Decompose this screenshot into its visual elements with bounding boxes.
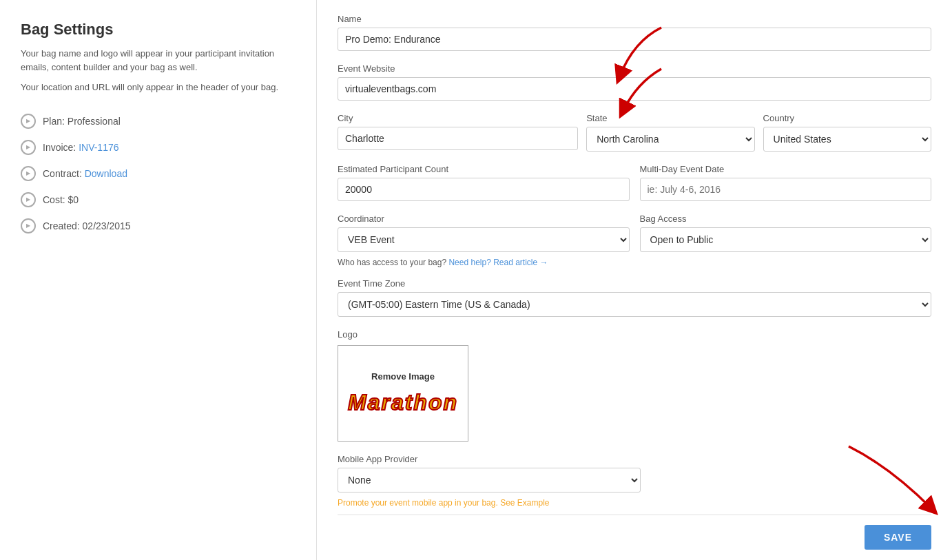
multi-day-input[interactable] bbox=[640, 178, 932, 201]
sidebar-item-plan: Plan: Professional bbox=[21, 108, 302, 134]
state-select[interactable]: North Carolina bbox=[586, 127, 754, 152]
bag-access-help-text: Who has access to your bag? bbox=[338, 258, 446, 267]
plan-icon bbox=[21, 114, 36, 129]
timezone-label: Event Time Zone bbox=[338, 278, 931, 289]
sidebar: Bag Settings Your bag name and logo will… bbox=[0, 0, 317, 560]
download-link[interactable]: Download bbox=[85, 168, 127, 179]
est-multi-row: Estimated Participant Count Multi-Day Ev… bbox=[338, 164, 931, 201]
invoice-link[interactable]: INV-1176 bbox=[79, 142, 118, 153]
bag-access-help-link[interactable]: Need help? Read article → bbox=[448, 258, 548, 267]
website-group: Event Website bbox=[338, 63, 931, 101]
est-count-label: Estimated Participant Count bbox=[338, 164, 630, 174]
logo-label: Logo bbox=[338, 329, 931, 340]
sidebar-desc1: Your bag name and logo will appear in yo… bbox=[21, 47, 302, 74]
city-group: City bbox=[338, 113, 578, 152]
coordinator-group: Coordinator VEB Event bbox=[338, 214, 630, 252]
coordinator-label: Coordinator bbox=[338, 214, 630, 224]
bag-access-help: Who has access to your bag? Need help? R… bbox=[338, 258, 931, 267]
state-label: State bbox=[586, 113, 754, 123]
mobile-app-select[interactable]: None bbox=[338, 468, 641, 492]
name-label: Name bbox=[338, 14, 931, 24]
see-example-link[interactable]: See Example bbox=[500, 498, 549, 508]
created-label: Created: 02/23/2015 bbox=[43, 220, 131, 231]
save-bar: SAVE bbox=[338, 515, 931, 550]
country-group: Country United States bbox=[763, 113, 931, 152]
name-field-wrapper: Name bbox=[338, 14, 931, 51]
logo-box: Remove Image Marathon bbox=[338, 345, 468, 442]
marathon-logo: Marathon bbox=[348, 390, 458, 415]
created-icon bbox=[21, 218, 36, 234]
contract-icon bbox=[21, 166, 36, 181]
city-label: City bbox=[338, 113, 578, 123]
sidebar-item-created: Created: 02/23/2015 bbox=[21, 213, 302, 239]
est-count-group: Estimated Participant Count bbox=[338, 164, 630, 201]
cost-label: Cost: $0 bbox=[43, 194, 79, 205]
main-content: Name Event Website City State North Caro… bbox=[317, 0, 952, 560]
mobile-help-text: Promote your event mobile app in your ba… bbox=[338, 498, 931, 508]
sidebar-item-contract: Contract: Download bbox=[21, 160, 302, 187]
page-title: Bag Settings bbox=[21, 21, 302, 39]
state-group: State North Carolina bbox=[586, 113, 754, 152]
bag-access-select[interactable]: Open to Public Private bbox=[640, 227, 932, 252]
mobile-promote-text: Promote your event mobile app in your ba… bbox=[338, 498, 498, 508]
coordinator-select[interactable]: VEB Event bbox=[338, 227, 630, 252]
sidebar-desc2: Your location and URL will only appear i… bbox=[21, 81, 302, 94]
multi-day-label: Multi-Day Event Date bbox=[640, 164, 932, 174]
website-input[interactable] bbox=[338, 77, 931, 101]
logo-section: Logo Remove Image Marathon bbox=[338, 329, 931, 442]
coord-access-row: Coordinator VEB Event Bag Access Open to… bbox=[338, 214, 931, 252]
invoice-label: Invoice: INV-1176 bbox=[43, 142, 119, 153]
plan-label: Plan: Professional bbox=[43, 116, 121, 127]
country-label: Country bbox=[763, 113, 931, 123]
contract-label: Contract: Download bbox=[43, 168, 127, 179]
multi-day-group: Multi-Day Event Date bbox=[640, 164, 932, 201]
est-count-input[interactable] bbox=[338, 178, 630, 201]
sidebar-item-invoice: Invoice: INV-1176 bbox=[21, 134, 302, 160]
timezone-select[interactable]: (GMT-05:00) Eastern Time (US & Canada) (… bbox=[338, 292, 931, 317]
save-button[interactable]: SAVE bbox=[865, 525, 931, 550]
mobile-app-group: Mobile App Provider None bbox=[338, 454, 931, 492]
mobile-app-label: Mobile App Provider bbox=[338, 454, 931, 464]
website-label: Event Website bbox=[338, 63, 931, 74]
remove-image-button[interactable]: Remove Image bbox=[371, 371, 435, 382]
bag-access-label: Bag Access bbox=[640, 214, 932, 224]
location-row: City State North Carolina Country United… bbox=[338, 113, 931, 152]
sidebar-item-cost: Cost: $0 bbox=[21, 187, 302, 213]
bag-access-group: Bag Access Open to Public Private bbox=[640, 214, 932, 252]
name-input[interactable] bbox=[338, 28, 931, 51]
timezone-group: Event Time Zone (GMT-05:00) Eastern Time… bbox=[338, 278, 931, 317]
cost-icon bbox=[21, 192, 36, 207]
city-input[interactable] bbox=[338, 127, 578, 150]
invoice-icon bbox=[21, 140, 36, 155]
country-select[interactable]: United States bbox=[763, 127, 931, 152]
